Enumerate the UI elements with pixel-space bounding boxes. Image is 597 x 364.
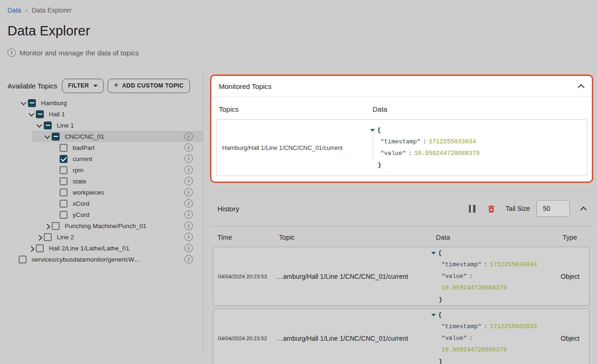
tree-item-workpieces[interactable]: workpieces i bbox=[0, 187, 203, 198]
tree-item-label: Hall 1 bbox=[49, 111, 65, 118]
plus-icon: + bbox=[114, 81, 119, 89]
info-icon[interactable]: i bbox=[184, 244, 193, 252]
tree-item-line-2[interactable]: Line 2 i bbox=[0, 231, 203, 243]
chevron-spacer bbox=[50, 187, 60, 198]
json-value: 10.959244728088379 bbox=[441, 284, 507, 291]
collapse-chevron-up-icon[interactable] bbox=[578, 83, 584, 89]
chevron-spacer bbox=[50, 198, 60, 209]
monitored-topics-header: Monitored Topics bbox=[211, 76, 592, 96]
pause-icon[interactable] bbox=[469, 205, 476, 213]
tree-item-hamburg[interactable]: Hamburg bbox=[0, 97, 203, 108]
filter-button[interactable]: FILTER bbox=[62, 79, 104, 93]
topic-path: Hamburg/Hall 1/Line 1/CNC/CNC_01/current bbox=[222, 144, 370, 151]
json-collapse-triangle-icon[interactable] bbox=[370, 129, 375, 132]
checkbox-indeterminate[interactable] bbox=[28, 99, 36, 107]
info-icon[interactable]: i bbox=[184, 210, 193, 219]
column-header-topic: Topic bbox=[279, 234, 436, 241]
tree-item-services-cybusdatamonitor[interactable]: services/cybusdatamonitor/genericW… i bbox=[0, 254, 203, 265]
chevron-down-icon[interactable] bbox=[34, 120, 44, 131]
clear-history-trash-icon[interactable] bbox=[487, 204, 495, 213]
tree-item-state[interactable]: state i bbox=[0, 175, 203, 187]
info-icon[interactable]: i bbox=[184, 143, 193, 152]
info-icon[interactable]: i bbox=[184, 233, 193, 241]
info-icon[interactable]: i bbox=[184, 155, 193, 163]
history-type: Object bbox=[558, 273, 584, 280]
tail-size-input[interactable] bbox=[536, 200, 570, 217]
tree-item-hall-1[interactable]: Hall 1 bbox=[0, 108, 203, 120]
tree-item-cnc-cnc-01[interactable]: CNC/CNC_01 i bbox=[0, 131, 203, 142]
collapse-chevron-up-icon[interactable] bbox=[580, 205, 587, 212]
chevron-down-icon[interactable] bbox=[27, 108, 36, 120]
history-header: History Tail Size bbox=[210, 191, 593, 227]
checkbox-unchecked[interactable] bbox=[60, 211, 68, 219]
checkbox-unchecked[interactable] bbox=[60, 200, 68, 208]
checkbox-unchecked[interactable] bbox=[60, 166, 68, 174]
chevron-right-icon[interactable] bbox=[42, 220, 52, 231]
json-key: "timestamp" bbox=[441, 261, 482, 268]
tree-item-current[interactable]: current i bbox=[0, 153, 203, 164]
info-icon[interactable]: i bbox=[184, 199, 193, 208]
checkbox-unchecked[interactable] bbox=[60, 177, 68, 185]
tree-item-punching-machine-punch-01[interactable]: Punching Machine/Punch_01 i bbox=[0, 220, 203, 231]
checkbox-unchecked[interactable] bbox=[60, 144, 68, 152]
breadcrumb: Data › Data Explorer bbox=[0, 0, 597, 14]
checkbox-unchecked[interactable] bbox=[36, 244, 44, 252]
chevron-down-icon[interactable] bbox=[19, 97, 28, 108]
checkbox-unchecked[interactable] bbox=[60, 189, 68, 196]
json-colon: : bbox=[484, 261, 488, 268]
chevron-right-icon[interactable] bbox=[34, 231, 44, 243]
page-subtitle: i Monitor and manage the data of topics bbox=[7, 48, 590, 57]
json-nested-block: "timestamp":1712255033034 "value":10.959… bbox=[373, 136, 581, 159]
monitored-topic-row: Hamburg/Hall 1/Line 1/CNC/CNC_01/current… bbox=[216, 119, 587, 176]
tree-item-xcord[interactable]: xCord i bbox=[0, 198, 203, 209]
info-icon[interactable]: i bbox=[184, 166, 193, 174]
tree-item-badpart[interactable]: badPart i bbox=[0, 142, 203, 153]
page-title: Data Explorer bbox=[7, 22, 590, 39]
chevron-right-icon[interactable] bbox=[27, 243, 36, 254]
tree-item-label: state bbox=[73, 178, 86, 185]
column-header-type: Type bbox=[563, 234, 586, 241]
info-icon[interactable]: i bbox=[184, 177, 193, 185]
json-viewer: { "timestamp":1712255033034 "value": 10.… bbox=[431, 247, 558, 305]
column-header-time: Time bbox=[217, 234, 279, 241]
available-topics-panel: Available Topics FILTER + ADD CUSTOM TOP… bbox=[0, 69, 204, 352]
breadcrumb-link-data[interactable]: Data bbox=[7, 7, 21, 14]
checkbox-indeterminate[interactable] bbox=[36, 110, 44, 118]
tree-item-line-1[interactable]: Line 1 bbox=[0, 120, 203, 131]
info-icon[interactable]: i bbox=[184, 188, 193, 196]
add-custom-topic-button[interactable]: + ADD CUSTOM TOPIC bbox=[108, 79, 190, 93]
info-icon[interactable]: i bbox=[184, 222, 193, 230]
tree-item-ycord[interactable]: yCord i bbox=[0, 209, 203, 220]
add-custom-topic-label: ADD CUSTOM TOPIC bbox=[122, 82, 183, 89]
info-icon[interactable]: i bbox=[184, 255, 193, 263]
json-open-brace: { bbox=[377, 124, 381, 136]
json-key: "value" bbox=[441, 335, 467, 342]
history-time: 04/04/2024 20:23:53 bbox=[218, 274, 277, 279]
checkbox-unchecked[interactable] bbox=[44, 233, 52, 241]
json-colon: : bbox=[408, 150, 412, 157]
json-colon: : bbox=[469, 273, 473, 280]
tree-item-label: workpieces bbox=[73, 189, 104, 196]
chevron-spacer bbox=[50, 142, 60, 153]
checkbox-indeterminate[interactable] bbox=[44, 121, 52, 129]
chevron-down-icon[interactable] bbox=[42, 131, 52, 142]
tree-item-label: yCord bbox=[73, 211, 89, 218]
tree-item-label: current bbox=[73, 155, 92, 162]
tree-item-label: xCord bbox=[73, 200, 89, 207]
tree-item-label: Line 2 bbox=[57, 234, 74, 241]
json-collapse-triangle-icon[interactable] bbox=[431, 314, 436, 317]
checkbox-indeterminate[interactable] bbox=[52, 133, 60, 141]
json-key: "timestamp" bbox=[380, 138, 421, 145]
breadcrumb-separator-icon: › bbox=[26, 7, 28, 14]
json-viewer: { "timestamp":1712255032033 "value": 10.… bbox=[431, 309, 558, 364]
tree-item-label: Punching Machine/Punch_01 bbox=[65, 222, 147, 229]
info-icon[interactable]: i bbox=[184, 132, 193, 141]
tree-item-hall-2-line-1-lathe-lathe-01[interactable]: Hall 2/Line 1/Lathe/Lathe_01 i bbox=[0, 243, 203, 254]
checkbox-checked[interactable] bbox=[60, 155, 68, 163]
json-collapse-triangle-icon[interactable] bbox=[431, 252, 436, 255]
tree-item-label: Hamburg bbox=[41, 100, 67, 107]
checkbox-unchecked[interactable] bbox=[52, 222, 60, 230]
json-viewer: { "timestamp":1712255033034 "value":10.9… bbox=[370, 124, 581, 171]
tree-item-rpm[interactable]: rpm i bbox=[0, 164, 203, 175]
checkbox-unchecked[interactable] bbox=[19, 256, 27, 263]
